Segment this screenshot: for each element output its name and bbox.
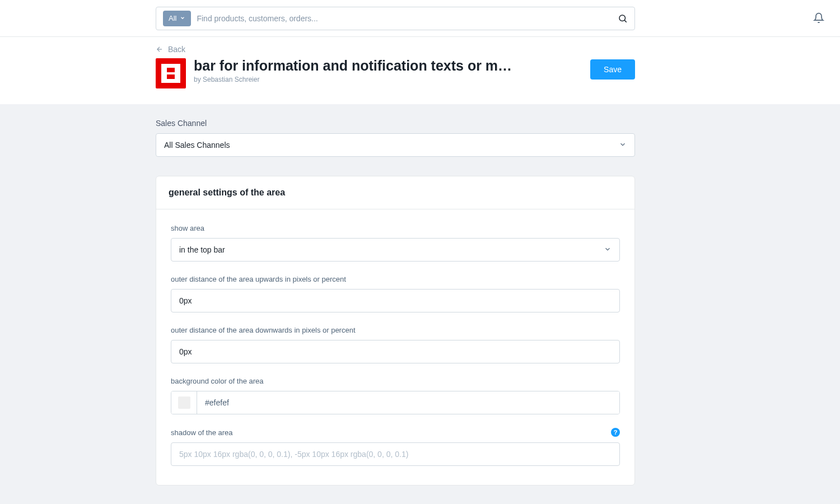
search-input[interactable] <box>197 14 618 23</box>
field-show-area: show area in the top bar <box>171 224 620 262</box>
chevron-down-icon <box>180 14 185 22</box>
back-link[interactable]: Back <box>156 45 635 54</box>
card-title: general settings of the area <box>169 188 622 198</box>
shadow-label: shadow of the area <box>171 428 233 437</box>
field-shadow: shadow of the area ? <box>171 428 620 466</box>
field-bg-color: background color of the area <box>171 377 620 414</box>
plugin-author: by Sebastian Schreier <box>194 76 582 83</box>
color-swatch-button[interactable] <box>171 391 197 414</box>
bg-color-input[interactable] <box>197 391 619 414</box>
search-icon[interactable] <box>618 13 628 24</box>
sales-channel-label: Sales Channel <box>156 119 635 128</box>
show-area-select[interactable]: in the top bar <box>171 238 620 262</box>
chevron-down-icon <box>604 245 612 255</box>
show-area-value: in the top bar <box>179 245 225 254</box>
settings-card: general settings of the area show area i… <box>156 176 635 486</box>
svg-line-1 <box>624 20 626 22</box>
bg-color-label: background color of the area <box>171 377 620 385</box>
color-swatch <box>178 396 190 409</box>
show-area-label: show area <box>171 224 620 232</box>
outer-bottom-input[interactable] <box>171 340 620 363</box>
field-outer-bottom: outer distance of the area downwards in … <box>171 326 620 363</box>
top-bar: All <box>0 0 840 37</box>
save-button[interactable]: Save <box>590 59 635 80</box>
shadow-input[interactable] <box>171 442 620 466</box>
sales-channel-value: All Sales Channels <box>164 141 230 150</box>
notifications-icon[interactable] <box>813 12 824 25</box>
help-icon[interactable]: ? <box>611 428 620 437</box>
back-label: Back <box>168 45 185 54</box>
search-bar: All <box>156 7 635 30</box>
sales-channel-select[interactable]: All Sales Channels <box>156 133 635 157</box>
arrow-left-icon <box>156 45 164 53</box>
outer-top-input[interactable] <box>171 289 620 312</box>
search-filter-label: All <box>169 14 176 22</box>
page-header: Back bar for information and notificatio… <box>0 37 840 104</box>
page-title: bar for information and notification tex… <box>194 57 582 74</box>
card-header: general settings of the area <box>156 176 634 209</box>
outer-bottom-label: outer distance of the area downwards in … <box>171 326 620 334</box>
search-filter-button[interactable]: All <box>163 11 191 26</box>
chevron-down-icon <box>619 141 627 150</box>
outer-top-label: outer distance of the area upwards in pi… <box>171 275 620 283</box>
page-body: Sales Channel All Sales Channels general… <box>0 104 840 504</box>
svg-point-0 <box>619 15 626 21</box>
field-outer-top: outer distance of the area upwards in pi… <box>171 275 620 312</box>
plugin-icon <box>156 58 186 88</box>
